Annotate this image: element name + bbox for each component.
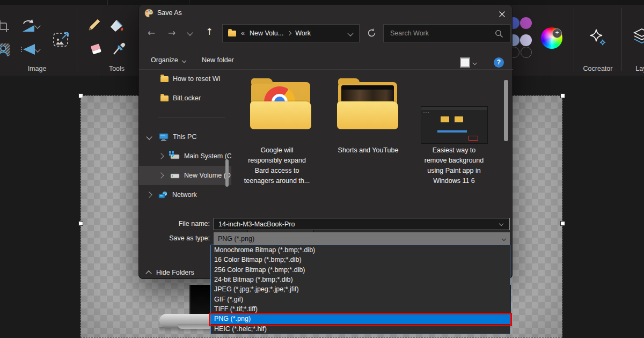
paint-palette-icon <box>144 9 153 18</box>
system-drive-icon <box>170 153 180 159</box>
sidebar-divider <box>158 117 225 117</box>
remove-background-icon[interactable] <box>0 43 10 57</box>
recent-locations-chevron-icon[interactable] <box>187 30 193 35</box>
save-type-chevron-icon <box>502 236 506 240</box>
color-swatch-empty[interactable] <box>521 47 532 58</box>
file-caption: Shorts and YouTube <box>328 145 408 156</box>
refresh-icon[interactable] <box>367 28 377 38</box>
chevron-up-icon <box>145 270 151 276</box>
file-name-label: File name: <box>139 220 210 227</box>
breadcrumb-guillemet[interactable]: « <box>241 30 245 37</box>
dialog-divider <box>139 69 513 70</box>
color-picker-tool-icon[interactable] <box>112 42 126 56</box>
file-list-scrollbar[interactable] <box>504 80 508 141</box>
dropdown-item[interactable]: 16 Color Bitmap (*.bmp;*.dib) <box>211 255 510 264</box>
fill-tool-icon[interactable] <box>110 19 125 33</box>
resize-image-icon[interactable] <box>53 31 70 47</box>
search-input[interactable] <box>389 29 488 38</box>
file-name-input[interactable] <box>214 218 510 230</box>
dropdown-item[interactable]: GIF (*.gif) <box>211 295 510 304</box>
save-type-label: Save as type: <box>139 234 210 242</box>
folder-icon <box>160 76 169 82</box>
new-folder-button[interactable]: New folder <box>202 56 234 64</box>
dialog-title: Save As <box>157 9 182 17</box>
up-button[interactable]: ↑ <box>206 26 213 37</box>
file-item-folder-chrome[interactable] <box>250 82 311 129</box>
tree-item-this-pc[interactable]: This PC <box>139 127 231 146</box>
selection-handle-mid-right[interactable] <box>560 221 565 226</box>
expanded-chevron-icon[interactable] <box>146 134 152 139</box>
dropdown-item[interactable]: Monochrome Bitmap (*.bmp;*.dib) <box>211 245 510 255</box>
sidebar-item-folder[interactable]: How to reset Wi <box>160 75 226 83</box>
file-caption: Easiest way toremove background using Pa… <box>414 145 494 186</box>
drive-icon <box>170 172 180 179</box>
sidebar-scrollbar[interactable] <box>225 159 229 187</box>
search-box[interactable] <box>383 24 510 42</box>
folder-thumbnail <box>250 82 311 129</box>
dropdown-item[interactable]: JPEG (*.jpg;*.jpeg;*.jpe;*.jfif) <box>211 284 510 294</box>
ribbon-divider <box>574 8 574 71</box>
back-button[interactable]: ← <box>148 27 155 38</box>
selection-handle-top-left[interactable] <box>78 93 83 98</box>
paint-app-window: Image <box>0 0 644 338</box>
selection-handle-top-right[interactable] <box>560 93 565 98</box>
network-icon <box>158 191 168 199</box>
layers-icon[interactable] <box>631 27 644 48</box>
sidebar-item-folder[interactable]: BitLocker <box>160 94 201 102</box>
folder-icon <box>160 95 169 101</box>
crop-icon[interactable] <box>0 19 10 33</box>
dropdown-item[interactable]: 256 Color Bitmap (*.bmp;*.dib) <box>211 265 510 275</box>
view-icon <box>460 57 470 68</box>
save-as-dialog: Save As ← → ↑ « New Volu... Work <box>138 4 513 279</box>
image-group-label: Image <box>0 65 74 72</box>
collapsed-chevron-icon[interactable] <box>158 172 164 178</box>
ribbon-divider <box>77 8 77 71</box>
help-icon[interactable]: ? <box>494 57 504 68</box>
cocreator-sparkle-icon[interactable] <box>588 28 608 47</box>
add-color-plus-badge: + <box>552 28 562 38</box>
folder-icon <box>228 31 236 36</box>
save-type-combobox[interactable]: PNG (*.png) <box>214 232 510 245</box>
layers-label[interactable]: Layers <box>625 65 644 72</box>
hide-folders-button[interactable]: Hide Folders <box>147 269 194 276</box>
tree-item-network[interactable]: Network <box>139 185 231 204</box>
view-options-button[interactable] <box>460 57 477 68</box>
file-caption: Google willresponsibly expand Bard acces… <box>241 145 313 186</box>
file-item-screenshot[interactable]: ••• <box>421 106 488 144</box>
tree-item-new-volume[interactable]: New Volume (D <box>139 166 231 185</box>
breadcrumb-separator-icon <box>287 31 291 35</box>
this-pc-monitor-icon <box>159 133 169 141</box>
color-swatch[interactable] <box>520 34 532 46</box>
title-strip-divider <box>107 0 108 5</box>
file-item-folder-shorts[interactable] <box>337 82 398 129</box>
folder-thumbnail <box>337 82 398 129</box>
selection-handle-mid-left[interactable] <box>78 221 83 226</box>
collapsed-chevron-icon[interactable] <box>158 153 164 159</box>
breadcrumb-parent[interactable]: New Volu... <box>250 30 283 37</box>
organize-button[interactable]: Organize <box>151 56 186 64</box>
dropdown-item[interactable]: 24-bit Bitmap (*.bmp;*.dib) <box>211 275 510 284</box>
color-swatch[interactable] <box>520 17 532 29</box>
eraser-tool-icon[interactable] <box>88 43 102 56</box>
forward-button[interactable]: → <box>168 27 175 38</box>
breadcrumb-current[interactable]: Work <box>295 30 311 37</box>
macbook-base-notch <box>178 324 213 329</box>
cocreator-label[interactable]: Cocreator <box>574 65 622 72</box>
pencil-tool-icon[interactable] <box>87 18 101 32</box>
ribbon-divider <box>621 8 622 71</box>
address-dropdown-chevron-icon[interactable] <box>347 30 353 36</box>
close-icon[interactable] <box>497 10 507 19</box>
collapsed-chevron-icon[interactable] <box>146 192 152 197</box>
red-annotation-box <box>209 313 512 326</box>
tree-item-main-system[interactable]: Main System (C <box>139 146 231 166</box>
search-icon[interactable] <box>495 30 503 38</box>
address-bar[interactable]: « New Volu... Work <box>222 24 360 42</box>
